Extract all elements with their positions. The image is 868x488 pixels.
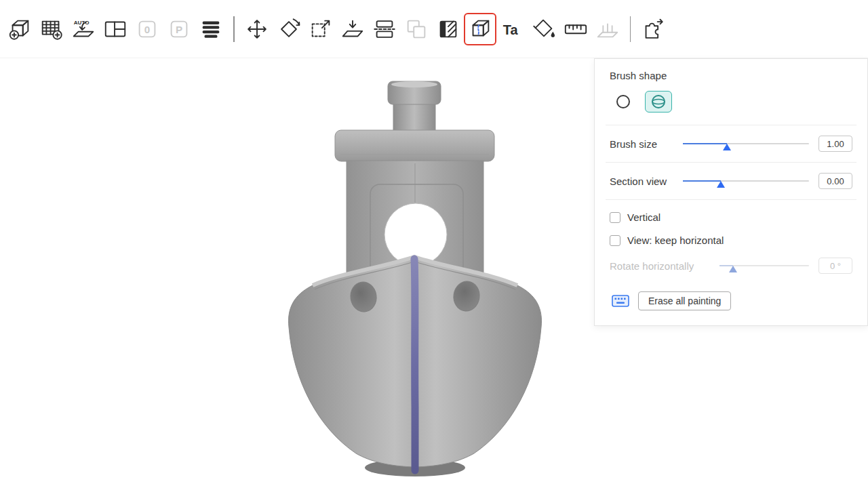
- zero-label: 0: [144, 24, 150, 35]
- vertical-checkbox[interactable]: [610, 212, 620, 223]
- clone-icon: [403, 16, 429, 42]
- erase-all-painting-button[interactable]: Erase all painting: [638, 291, 731, 310]
- section-view-slider[interactable]: [683, 175, 809, 187]
- circle-brush-icon: [615, 94, 631, 110]
- tool-text[interactable]: Ta: [498, 15, 526, 43]
- keep-horizontal-checkbox[interactable]: [610, 235, 620, 246]
- rotate-horizontally-value[interactable]: 0 °: [818, 258, 852, 274]
- brush-shape-sphere-option[interactable]: [645, 91, 672, 113]
- tool-place-on-face[interactable]: [338, 15, 367, 43]
- seam-painting-panel: Brush shape Brush size 1.00 Section view: [594, 58, 868, 326]
- section-view-label: Section view: [610, 176, 683, 187]
- auto-label: AUTO: [74, 20, 90, 26]
- move-icon: [244, 16, 270, 42]
- slider-thumb[interactable]: [723, 144, 731, 150]
- divider: [606, 199, 856, 200]
- brush-shape-options: [610, 91, 852, 113]
- rotate-icon: [276, 16, 302, 42]
- p-label: P: [176, 24, 182, 35]
- vertical-checkbox-label: Vertical: [627, 211, 660, 223]
- variable-layer-height-icon: [435, 16, 461, 42]
- slider-fill: [683, 143, 727, 144]
- support-painting-icon: [595, 16, 620, 42]
- cut-icon: [372, 16, 397, 42]
- split-objects-icon: [102, 16, 128, 42]
- rotate-horizontally-label: Rotate horizontally: [610, 260, 719, 272]
- assembly-icon: [640, 16, 666, 42]
- text-tool-icon: Ta: [499, 16, 525, 42]
- slider-thumb[interactable]: [717, 181, 725, 188]
- divider: [606, 125, 856, 125]
- panel-actions: Erase all painting: [610, 291, 852, 310]
- brush-size-value[interactable]: 1.00: [818, 136, 852, 152]
- zero-badge-icon: 0: [134, 16, 160, 42]
- measure-icon: [563, 16, 589, 42]
- divider: [606, 162, 856, 163]
- main-toolbar: AUTO 0 P: [0, 0, 868, 58]
- tool-layers[interactable]: [197, 15, 225, 43]
- tool-assembly[interactable]: [639, 15, 667, 43]
- tool-move[interactable]: [243, 15, 271, 43]
- section-view-row: Section view 0.00: [610, 173, 852, 189]
- slider-fill: [683, 180, 721, 182]
- boat-roof: [335, 130, 494, 161]
- tool-support-painting[interactable]: [593, 15, 622, 43]
- brush-shape-label: Brush shape: [610, 70, 852, 81]
- tool-variable-layer-height[interactable]: [434, 15, 462, 43]
- seam-paint-stripe: [414, 259, 415, 470]
- rotate-horizontally-row: Rotate horizontally 0 °: [610, 258, 852, 274]
- boat-chimney: [388, 81, 441, 133]
- brush-size-slider[interactable]: [683, 138, 809, 150]
- layers-icon: [198, 16, 224, 42]
- rotate-horizontally-slider[interactable]: [719, 260, 809, 272]
- toolbar-separator: [233, 16, 235, 42]
- keyboard-icon: [612, 295, 629, 307]
- tool-badge-p[interactable]: P: [165, 15, 193, 43]
- scale-icon: [308, 16, 334, 42]
- tool-color-painting[interactable]: [530, 15, 558, 43]
- tool-auto-orient[interactable]: AUTO: [69, 15, 98, 43]
- keep-horizontal-checkbox-row[interactable]: View: keep horizontal: [610, 235, 852, 246]
- seam-painting-icon: [467, 16, 493, 42]
- color-painting-icon: [531, 16, 557, 42]
- brush-size-row: Brush size 1.00: [610, 136, 852, 152]
- toolbar-separator: [630, 16, 631, 42]
- add-plate-icon: [39, 16, 64, 42]
- auto-orient-icon: AUTO: [71, 16, 96, 42]
- brush-shape-circle-option[interactable]: [610, 91, 637, 113]
- keyboard-shortcuts-button[interactable]: [610, 292, 631, 310]
- tool-clone[interactable]: [402, 15, 431, 43]
- text-tool-label: Ta: [502, 22, 518, 37]
- brush-size-label: Brush size: [610, 138, 683, 150]
- tool-measure[interactable]: [561, 15, 590, 43]
- keep-horizontal-checkbox-label: View: keep horizontal: [627, 235, 724, 246]
- p-badge-icon: P: [166, 16, 192, 42]
- tool-split-objects[interactable]: [101, 15, 130, 43]
- tool-add-plate[interactable]: [37, 15, 66, 43]
- tool-add-object[interactable]: [5, 15, 34, 43]
- tool-scale[interactable]: [307, 15, 335, 43]
- add-object-icon: [7, 16, 33, 42]
- sphere-brush-icon: [650, 94, 667, 110]
- tool-badge-zero[interactable]: 0: [133, 15, 161, 43]
- vertical-checkbox-row[interactable]: Vertical: [610, 211, 852, 223]
- slider-thumb[interactable]: [729, 266, 737, 272]
- place-on-face-icon: [340, 16, 366, 42]
- tool-cut[interactable]: [370, 15, 399, 43]
- tool-seam-painting[interactable]: [466, 15, 494, 43]
- tool-rotate[interactable]: [275, 15, 303, 43]
- section-view-value[interactable]: 0.00: [818, 173, 852, 189]
